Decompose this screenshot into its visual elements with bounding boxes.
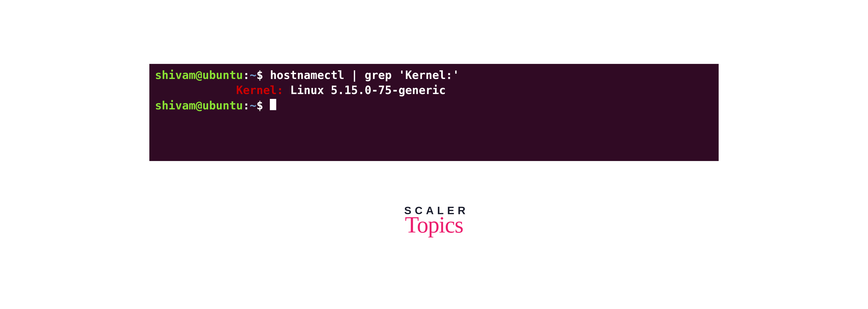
kernel-value: Linux 5.15.0-75-generic (283, 84, 446, 96)
command-text (263, 68, 270, 82)
terminal-line-prompt[interactable]: shivam@ubuntu:~$ (155, 98, 714, 113)
prompt-user-host: shivam@ubuntu (155, 68, 243, 82)
logo-text-topics: Topics (383, 215, 485, 235)
prompt-symbol: $ (256, 68, 263, 82)
terminal-line-output: Kernel: Linux 5.15.0-75-generic (155, 83, 714, 97)
terminal-window[interactable]: shivam@ubuntu:~$ hostnamectl | grep 'Ker… (149, 64, 719, 161)
terminal-line-command: shivam@ubuntu:~$ hostnamectl | grep 'Ker… (155, 67, 714, 83)
command-text-value: hostnamectl | grep 'Kernel:' (270, 68, 459, 82)
prompt-path: ~ (250, 68, 256, 82)
prompt-path: ~ (250, 99, 256, 112)
terminal-cursor (270, 99, 276, 110)
output-indent (155, 84, 236, 96)
prompt-separator: : (243, 68, 250, 82)
kernel-label: Kernel: (236, 84, 283, 96)
figure-canvas: shivam@ubuntu:~$ hostnamectl | grep 'Ker… (0, 0, 868, 309)
prompt-separator: : (243, 99, 250, 112)
scaler-topics-logo: SCALER Topics (383, 204, 485, 235)
prompt-symbol: $ (256, 99, 263, 112)
prompt-user-host: shivam@ubuntu (155, 99, 243, 112)
